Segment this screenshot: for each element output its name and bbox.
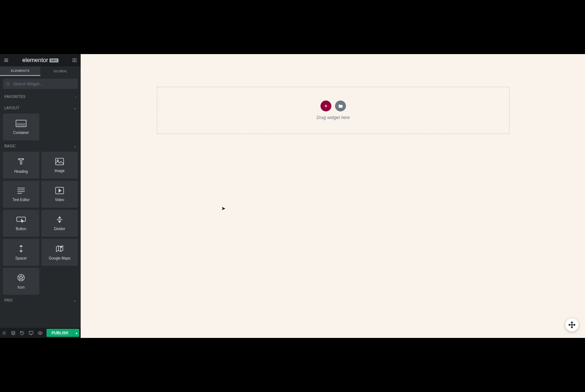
responsive-button[interactable]: [28, 329, 34, 336]
section-favorites[interactable]: FAVORITES ›: [2, 91, 78, 102]
search-box[interactable]: [3, 79, 78, 89]
svg-rect-10: [74, 61, 75, 62]
svg-rect-4: [74, 58, 75, 59]
widget-label: Video: [55, 198, 64, 202]
sidebar-tabs: ELEMENTS GLOBAL: [0, 66, 81, 76]
eye-icon: [38, 331, 43, 335]
svg-marker-30: [11, 331, 15, 333]
dropzone-buttons: [320, 101, 346, 111]
settings-button[interactable]: [1, 329, 7, 336]
search-icon: [6, 82, 10, 86]
svg-rect-6: [73, 60, 73, 61]
svg-marker-23: [59, 189, 61, 192]
svg-rect-5: [76, 58, 76, 59]
divider-icon: [56, 216, 63, 223]
section-layout[interactable]: LAYOUT ⌄: [2, 102, 78, 114]
svg-rect-11: [76, 61, 76, 62]
section-label: PRO: [4, 298, 13, 302]
menu-button[interactable]: [3, 57, 9, 64]
svg-point-27: [60, 246, 62, 248]
widget-label: Text Editor: [12, 198, 29, 202]
layers-icon: [11, 331, 16, 335]
history-icon: [20, 331, 24, 335]
widget-divider[interactable]: Divider: [41, 210, 78, 237]
logo-badge: DEV: [49, 58, 58, 62]
image-icon: [55, 158, 64, 165]
search-wrap: [0, 76, 81, 91]
sidebar: elementor DEV ELEMENTS GLOBAL FAVORITES …: [0, 54, 81, 338]
plus-icon: [324, 104, 328, 108]
widget-label: Divider: [54, 227, 65, 231]
section-label: LAYOUT: [4, 106, 19, 110]
widget-label: Google Maps: [49, 256, 70, 260]
svg-rect-24: [17, 217, 25, 221]
svg-point-34: [40, 332, 41, 333]
button-icon: [16, 216, 26, 223]
template-library-button[interactable]: [335, 101, 346, 111]
widget-label: Image: [55, 169, 65, 173]
navigator-button[interactable]: [11, 329, 16, 336]
star-icon: [17, 274, 25, 282]
caret-up-icon: ▲: [75, 331, 78, 335]
widget-label: Button: [16, 227, 27, 231]
widget-icon[interactable]: Icon: [3, 268, 39, 295]
map-icon: [56, 245, 64, 253]
widget-container[interactable]: Container: [3, 114, 39, 140]
widget-video[interactable]: Video: [41, 181, 78, 208]
publish-options-button[interactable]: ▲: [73, 329, 79, 337]
widget-text-editor[interactable]: Text Editor: [3, 181, 39, 208]
layout-widgets: Container: [2, 114, 78, 140]
chevron-down-icon: ⌄: [73, 298, 76, 302]
editor-canvas[interactable]: Drag widget here ➤: [81, 54, 585, 338]
svg-rect-31: [29, 331, 33, 334]
svg-point-29: [4, 332, 5, 333]
drag-handle-button[interactable]: [565, 318, 578, 331]
widgets-grid-button[interactable]: [71, 57, 78, 64]
publish-button[interactable]: PUBLISH: [47, 329, 73, 337]
app-window: elementor DEV ELEMENTS GLOBAL FAVORITES …: [0, 54, 585, 338]
svg-rect-9: [73, 61, 73, 62]
tab-label: ELEMENTS: [11, 69, 29, 73]
add-section-button[interactable]: [320, 101, 331, 111]
sidebar-header: elementor DEV: [0, 54, 81, 66]
svg-point-12: [7, 82, 9, 85]
svg-rect-7: [74, 60, 75, 61]
svg-rect-16: [56, 158, 64, 165]
section-basic[interactable]: BASIC ⌄: [2, 140, 78, 152]
tab-global[interactable]: GLOBAL: [40, 66, 81, 76]
move-icon: [568, 321, 576, 328]
container-icon: [16, 120, 27, 127]
tab-label: GLOBAL: [54, 69, 68, 73]
hamburger-icon: [4, 58, 9, 63]
video-icon: [55, 187, 64, 194]
widget-button[interactable]: Button: [3, 210, 39, 237]
sidebar-footer: PUBLISH ▲: [0, 328, 81, 338]
widget-heading[interactable]: Heading: [3, 152, 39, 179]
section-label: FAVORITES: [4, 95, 25, 99]
publish-group: PUBLISH ▲: [47, 329, 79, 337]
widgets-panel[interactable]: FAVORITES › LAYOUT ⌄ Container BASIC ⌄: [0, 91, 81, 328]
responsive-icon: [29, 331, 33, 335]
drop-zone[interactable]: Drag widget here: [157, 87, 509, 134]
text-editor-icon: [17, 187, 25, 194]
svg-rect-3: [73, 58, 73, 59]
widget-google-maps[interactable]: Google Maps: [41, 239, 78, 266]
publish-label: PUBLISH: [52, 331, 68, 335]
widget-spacer[interactable]: Spacer: [3, 239, 39, 266]
chevron-down-icon: ⌄: [73, 144, 76, 148]
heading-icon: [17, 157, 25, 166]
chevron-right-icon: ›: [75, 95, 76, 99]
widget-label: Heading: [14, 170, 28, 173]
section-label: BASIC: [4, 144, 16, 148]
folder-icon: [338, 104, 343, 109]
tab-elements[interactable]: ELEMENTS: [0, 66, 40, 76]
svg-rect-15: [17, 123, 25, 126]
history-button[interactable]: [20, 329, 25, 336]
preview-button[interactable]: [37, 329, 43, 336]
widget-image[interactable]: Image: [41, 152, 78, 179]
section-pro[interactable]: PRO ⌄: [2, 295, 78, 306]
spacer-icon: [17, 245, 25, 253]
widget-label: Spacer: [15, 256, 27, 260]
search-input[interactable]: [13, 82, 75, 86]
svg-rect-8: [76, 60, 76, 61]
